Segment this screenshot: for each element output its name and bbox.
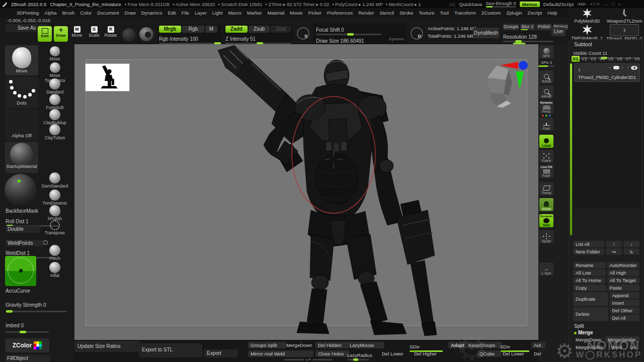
all-low-button[interactable]: All Low (573, 269, 606, 276)
brush-inflat[interactable]: Inflat (40, 262, 69, 278)
edit-button[interactable]: Edit (38, 26, 52, 42)
lazyradius-slider[interactable]: LazyRadius (347, 350, 373, 360)
aahalf-button[interactable]: AAHalf (539, 85, 553, 99)
tool-tpose-selected[interactable]: TPose2_PM3D_C (606, 24, 643, 41)
menu-item[interactable]: Texture (419, 10, 434, 16)
menus-button[interactable]: Menus (520, 2, 540, 7)
tool-weapon[interactable]: WeaponZTLZrem (606, 8, 643, 24)
paste-button[interactable]: Paste (607, 285, 640, 291)
menu-item[interactable]: Macro (228, 10, 241, 16)
rgb-button[interactable]: Rgb (182, 26, 204, 33)
brush-transpose[interactable]: Transpose (40, 220, 69, 235)
restore-button[interactable]: □ (612, 2, 615, 7)
brush-toggle-icon[interactable]: ✦ (608, 65, 611, 70)
focal-shift-slider[interactable]: Focal Shift 0 (316, 25, 404, 35)
close-holes-button[interactable]: Close Holes (315, 350, 350, 357)
menu-item[interactable]: Movie (290, 10, 302, 16)
menu-item[interactable]: Document (97, 10, 119, 16)
frame-button[interactable]: Frame (539, 150, 553, 163)
all-to-target-button[interactable]: All To Target (607, 277, 640, 284)
brush-move-large[interactable]: Move (5, 45, 38, 75)
lsym-button[interactable]: ↔ L.Sym (539, 262, 553, 276)
subtool-tab[interactable]: V7 (624, 56, 632, 62)
groups-button[interactable]: Groups (503, 24, 519, 30)
weld-button[interactable]: Weld (609, 344, 624, 350)
mergedown-button[interactable]: MergeDown (573, 336, 604, 343)
split-section[interactable]: Split (573, 322, 639, 329)
brush-claybuildup[interactable]: ClayBuildup (40, 109, 69, 125)
double-button[interactable]: Double (6, 226, 40, 233)
imbed-slider[interactable]: Imbed 0 (6, 320, 49, 333)
uv-button[interactable]: Uv (627, 344, 638, 350)
brush-pinch[interactable]: Pinch (40, 245, 69, 261)
move-down-button[interactable]: ↓ (623, 241, 639, 247)
del-lower-right-button[interactable]: Del Lower (500, 350, 529, 357)
mergedown-bottom-button[interactable]: MergeDown (284, 342, 318, 348)
menu-item[interactable]: Zplugin (506, 10, 522, 16)
persp-button[interactable]: Dynamic Persp (539, 101, 553, 114)
brush-claytubes[interactable]: ClayTubes (40, 124, 69, 140)
del-right-button[interactable]: Del (531, 350, 544, 357)
scale-button[interactable]: S Scale (88, 26, 101, 38)
subtool-tab[interactable]: V8 (633, 56, 641, 62)
mrgb-button[interactable]: Mrgb (159, 26, 181, 33)
polyf-button[interactable]: Line Fill PolyF (539, 165, 553, 178)
del-hidden-button[interactable]: Del Hidden (315, 342, 350, 348)
del-lower-left-button[interactable]: Del Lower (379, 350, 409, 357)
update-size-ratios-button[interactable]: Update Size Ratios (74, 341, 141, 352)
menu-item[interactable]: 3DPrinting (17, 10, 39, 16)
menu-item[interactable]: Layer (195, 10, 207, 16)
menu-item[interactable]: Stencil (379, 10, 394, 16)
delete-button[interactable]: Delete (573, 307, 608, 321)
menu-item[interactable]: Transform (454, 10, 476, 16)
menu-item[interactable]: Edit (168, 10, 176, 16)
menu-item[interactable]: Light (212, 10, 223, 16)
menu-item[interactable]: Alpha (44, 10, 56, 16)
subtool-tab[interactable]: V3 (589, 56, 597, 62)
insert-button[interactable]: Insert (610, 300, 640, 306)
keepgroups-button[interactable]: KeepGroups (466, 342, 502, 348)
menu-item[interactable]: Color (80, 10, 92, 16)
zcolor-button[interactable]: ZColor (5, 338, 49, 352)
tool-polymesh3d[interactable]: PolyMesh3D (569, 8, 606, 24)
mergevisible-button[interactable]: MergeVisible (573, 344, 606, 350)
rename-button[interactable]: Rename (573, 262, 606, 268)
menu-item[interactable]: Brush (62, 10, 75, 16)
all-to-home-button[interactable]: All To Home (573, 277, 606, 284)
groups-split-button[interactable]: Groups Split (248, 342, 286, 348)
tray-toggle-icon[interactable]: ◂❏❏▸ (590, 2, 600, 6)
append-button[interactable]: Append (610, 292, 640, 299)
quicksave-button[interactable]: QuickSave (459, 2, 482, 7)
draw-button[interactable]: ✛ Draw (54, 26, 68, 42)
stroke-d-icon[interactable]: D (411, 27, 423, 40)
gravity-strength-slider[interactable]: Gravity Strength 0 (6, 300, 67, 312)
ghost-button[interactable]: Ghost (539, 198, 553, 211)
menu-item[interactable]: Tool (440, 10, 449, 16)
dynamic-label[interactable]: Dynamic (389, 37, 405, 41)
polypaint-toggle-icon[interactable] (613, 66, 619, 69)
menu-item[interactable]: Stroke (399, 10, 413, 16)
dynamesh-button[interactable]: DynaMesh (473, 28, 499, 38)
menu-item[interactable]: Dynamics (141, 10, 163, 16)
subtool-tab[interactable]: V6 (616, 56, 624, 62)
merge-section[interactable]: Merge (573, 329, 639, 336)
folder-subarrow-button[interactable]: ↳ (623, 248, 639, 255)
m-button[interactable]: M (205, 26, 217, 33)
mirror-and-weld-button[interactable]: Mirror And Weld (248, 350, 313, 357)
accucurve-widget[interactable] (5, 256, 36, 286)
startup-material[interactable]: StartupMaterial (5, 142, 38, 173)
brush-standard[interactable]: Standard (40, 78, 69, 95)
backface-mask-button[interactable]: BackfaceMask (6, 208, 38, 214)
z-intensity-slider[interactable]: Z Intensity 51 (225, 34, 291, 44)
menu-item[interactable]: Material (267, 10, 284, 16)
qcube-button[interactable]: QCube (477, 350, 501, 357)
aut-button[interactable]: Aut (531, 342, 545, 348)
brush-move-small[interactable]: Move (40, 46, 69, 61)
menu-item[interactable]: Help (547, 10, 557, 16)
xpose-button[interactable]: Xpose (539, 230, 553, 243)
transp-button[interactable]: Transp (539, 182, 553, 195)
color-picker-sphere[interactable] (5, 174, 37, 206)
folder-arrow-button[interactable]: ↪ (606, 248, 622, 255)
spix-slider[interactable]: SPix 3 (538, 60, 554, 67)
rotate-button[interactable]: R Rotate (104, 26, 118, 38)
